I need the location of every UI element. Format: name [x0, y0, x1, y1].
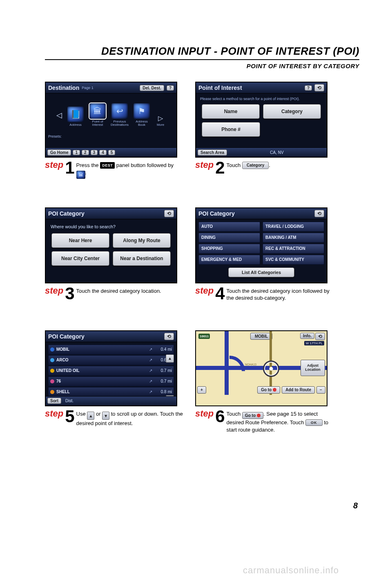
- goto-button[interactable]: Go to: [257, 386, 280, 394]
- step2-prompt: Please select a method to search for a p…: [198, 96, 324, 104]
- step6-caption: Touch Go to. See page 15 to select desir…: [227, 409, 333, 434]
- address-icon-button[interactable]: 📘 Address: [66, 107, 85, 127]
- step-6: 10011 MOBIL Info. ⟲ W 17TH PL NOHA13 Adj…: [195, 330, 333, 434]
- ramp-icon: [214, 356, 245, 387]
- preset-2-button[interactable]: 2: [82, 150, 89, 155]
- adjust-location-button[interactable]: Adjust Location: [301, 360, 325, 376]
- address-book-label: Address Book: [132, 120, 151, 127]
- more-label: More: [157, 123, 164, 127]
- name-button[interactable]: Name: [202, 104, 260, 119]
- title-rule: [45, 59, 359, 60]
- step3-caption: Touch the desired category location.: [76, 286, 183, 295]
- step2-screen: Point of Interest ? ⟲ Please select a me…: [195, 82, 327, 158]
- step4-caption: Touch the desired category icon followed…: [227, 286, 333, 302]
- near-here-button[interactable]: Near Here: [51, 233, 109, 248]
- back-icon[interactable]: ⟲: [314, 84, 324, 91]
- sort-mode-label: Dist.: [63, 399, 74, 403]
- poi-row-shell[interactable]: SHELL ↗ 0.8 mi: [48, 387, 174, 397]
- back-icon[interactable]: ⟲: [164, 210, 174, 217]
- help-button[interactable]: ?: [167, 85, 174, 91]
- cat-emergency[interactable]: EMERGENCY & MED: [198, 255, 260, 265]
- direction-icon: ↗: [149, 390, 152, 394]
- address-book-button[interactable]: ⚑ Address Book: [132, 103, 151, 127]
- go-home-button[interactable]: Go Home: [47, 149, 71, 156]
- map-view[interactable]: 10011 MOBIL Info. ⟲ W 17TH PL NOHA13 Adj…: [196, 331, 327, 395]
- cat-banking[interactable]: BANKING / ATM: [263, 233, 324, 243]
- cat-svc[interactable]: SVC & COMMUNITY: [263, 255, 324, 265]
- step-3: POI Category ⟲ Where would you like to s…: [45, 207, 183, 302]
- phone-button[interactable]: Phone #: [202, 122, 260, 137]
- step6-screen: 10011 MOBIL Info. ⟲ W 17TH PL NOHA13 Adj…: [195, 330, 327, 406]
- watermark: carmanualsonline.info: [243, 565, 339, 576]
- preset-3-button[interactable]: 3: [91, 150, 98, 155]
- poi-icon-button[interactable]: 🏛 Point of Interest: [88, 103, 107, 127]
- step-number: 4: [215, 287, 225, 301]
- page-title: DESTINATION INPUT - POINT OF INTEREST (P…: [45, 45, 359, 58]
- destination-dot-icon: [257, 414, 261, 417]
- category-button[interactable]: Category: [263, 104, 321, 119]
- step1-caption: Press the DEST panel button followed by …: [76, 160, 183, 179]
- more-button[interactable]: ▷ More: [154, 114, 167, 127]
- help-button[interactable]: ?: [305, 85, 312, 91]
- back-icon[interactable]: ⟲: [315, 333, 325, 340]
- presets-label: Presets:: [48, 134, 62, 138]
- step-label: step: [195, 160, 214, 170]
- step-number: 5: [65, 410, 74, 423]
- scroll-left-icon[interactable]: ◁: [56, 111, 63, 120]
- step3-prompt: Where would you like to search?: [48, 222, 174, 233]
- destination-dot-icon: [273, 388, 276, 392]
- cat-auto[interactable]: AUTO: [198, 222, 260, 232]
- preset-4-button[interactable]: 4: [99, 150, 107, 155]
- along-route-button[interactable]: Along My Route: [113, 233, 171, 248]
- step-number: 3: [65, 287, 74, 301]
- step2-caption: Touch Category.: [227, 160, 333, 169]
- step5-screen: POI Category ⟲ MOBIL ↗ 0.4 mi ARCO ↗: [45, 330, 177, 406]
- flag-icon: ⚑: [134, 103, 150, 119]
- back-icon[interactable]: ⟲: [314, 210, 324, 217]
- near-city-button[interactable]: Near City Center: [51, 251, 109, 266]
- step-number: 6: [215, 410, 225, 423]
- step-4: POI Category ⟲ AUTO DINING SHOPPING EMER…: [195, 207, 333, 302]
- del-dest-button[interactable]: Del. Dest.: [140, 85, 164, 91]
- cat-dining[interactable]: DINING: [198, 233, 260, 243]
- step5-caption: Use ▲ or ▼ to scroll up or down. Touch t…: [76, 409, 183, 427]
- zoom-out-button[interactable]: −: [316, 386, 325, 394]
- search-area-value: CA, NV: [229, 150, 325, 155]
- step3-header-title: POI Category: [48, 210, 85, 217]
- step-2: Point of Interest ? ⟲ Please select a me…: [195, 82, 333, 179]
- step3-screen: POI Category ⟲ Where would you like to s…: [45, 207, 177, 283]
- ok-inline-icon: OK: [305, 419, 323, 426]
- cat-rec[interactable]: REC & ATTRACTION: [263, 244, 324, 254]
- back-icon[interactable]: ⟲: [164, 333, 174, 340]
- preset-1-button[interactable]: 1: [73, 150, 80, 155]
- brand-dot-icon: [50, 369, 54, 373]
- page-subtitle: POINT OF INTEREST BY CATEGORY: [45, 62, 359, 69]
- previous-dest-button[interactable]: ↩ Previous Destinations: [110, 103, 129, 127]
- scroll-up-icon[interactable]: ▲: [166, 354, 174, 363]
- list-all-button[interactable]: List All Categories: [228, 267, 294, 277]
- info-button[interactable]: Info.: [300, 333, 314, 339]
- search-area-button[interactable]: Search Area: [198, 149, 227, 156]
- zoom-in-button[interactable]: +: [197, 386, 206, 394]
- step1-header-page: Page 1: [82, 86, 94, 90]
- step1-header-title: Destination: [48, 85, 79, 91]
- poi-row-mobil[interactable]: MOBIL ↗ 0.4 mi: [48, 345, 174, 354]
- add-to-route-button[interactable]: Add to Route: [282, 386, 315, 394]
- poi-row-arco[interactable]: ARCO ↗ 0.6 mi: [48, 355, 174, 365]
- poi-row-unitedoil[interactable]: UNITED OIL ↗ 0.7 mi: [48, 366, 174, 376]
- poi-label: Point of Interest: [88, 120, 107, 127]
- near-dest-button[interactable]: Near a Destination: [113, 251, 171, 266]
- cat-shopping[interactable]: SHOPPING: [198, 244, 260, 254]
- sort-button[interactable]: Sort: [47, 398, 61, 404]
- step1-screen: Destination Page 1 Del. Dest. ? ◁ 📘 Addr…: [45, 82, 177, 158]
- brand-dot-icon: [50, 358, 54, 362]
- step1-header: Destination Page 1 Del. Dest. ?: [46, 82, 176, 94]
- category-inline-button: Category: [242, 162, 269, 169]
- cat-travel[interactable]: TRAVEL / LODGING: [263, 222, 324, 232]
- preset-5-button[interactable]: 5: [108, 150, 116, 155]
- poi-row-76[interactable]: 76 ↗ 0.7 mi: [48, 376, 174, 386]
- building-icon: 🏛: [89, 103, 106, 119]
- poi-mini-icon: 🏛: [76, 171, 85, 179]
- step-1: Destination Page 1 Del. Dest. ? ◁ 📘 Addr…: [45, 82, 183, 179]
- street-label: W 17TH PL: [304, 341, 324, 345]
